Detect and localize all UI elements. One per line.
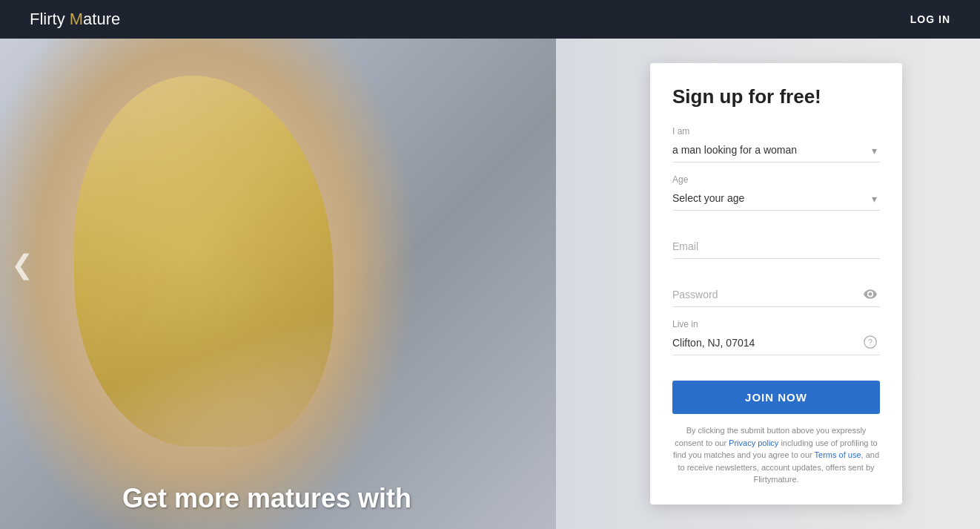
- carousel-arrow-left[interactable]: ❮: [11, 252, 33, 278]
- eye-icon[interactable]: [864, 289, 877, 302]
- signup-title: Sign up for free!: [672, 85, 880, 108]
- i-am-field-group: I am a man looking for a woman a woman l…: [672, 126, 880, 162]
- hero-section: ❮ Get more matures with Sign up for free…: [0, 0, 980, 529]
- email-input[interactable]: [672, 236, 880, 257]
- age-label: Age: [672, 174, 880, 185]
- live-in-label: Live in: [672, 319, 880, 329]
- logo-flirty-part: Flirty: [30, 10, 70, 28]
- logo-ature-part: ature: [83, 10, 120, 28]
- password-input-wrapper: [672, 284, 880, 307]
- logo: Flirty Mature: [30, 10, 120, 29]
- password-field-group: [672, 284, 880, 307]
- live-in-input-wrapper: ?: [672, 332, 880, 355]
- age-select[interactable]: Select your age 181920 253035 404550 556…: [672, 188, 880, 208]
- password-input[interactable]: [672, 284, 880, 305]
- logo-m: M: [70, 10, 83, 28]
- hero-woman-image: [0, 39, 556, 529]
- join-now-button[interactable]: JOIN NOW: [672, 381, 880, 414]
- disclaimer-text: By clicking the submit button above you …: [672, 424, 880, 486]
- logo-text: Flirty Mature: [30, 10, 120, 29]
- live-in-field-group: Live in ?: [672, 319, 880, 355]
- help-icon[interactable]: ?: [864, 335, 877, 352]
- svg-text:?: ?: [868, 338, 873, 346]
- terms-of-use-link[interactable]: Terms of use: [815, 450, 861, 459]
- header: Flirty Mature LOG IN: [0, 0, 980, 39]
- i-am-select-wrapper: a man looking for a woman a woman lookin…: [672, 139, 880, 162]
- age-select-wrapper: Select your age 181920 253035 404550 556…: [672, 188, 880, 211]
- i-am-select[interactable]: a man looking for a woman a woman lookin…: [672, 139, 880, 160]
- privacy-policy-link[interactable]: Privacy policy: [729, 438, 778, 447]
- email-field-group: [672, 236, 880, 259]
- signup-card: Sign up for free! I am a man looking for…: [650, 63, 902, 505]
- age-field-group: Age Select your age 181920 253035 404550…: [672, 174, 880, 211]
- hero-tagline: Get more matures with: [0, 483, 534, 514]
- login-button[interactable]: LOG IN: [910, 13, 950, 25]
- live-in-input[interactable]: [672, 332, 880, 353]
- email-input-wrapper: [672, 236, 880, 259]
- i-am-label: I am: [672, 126, 880, 137]
